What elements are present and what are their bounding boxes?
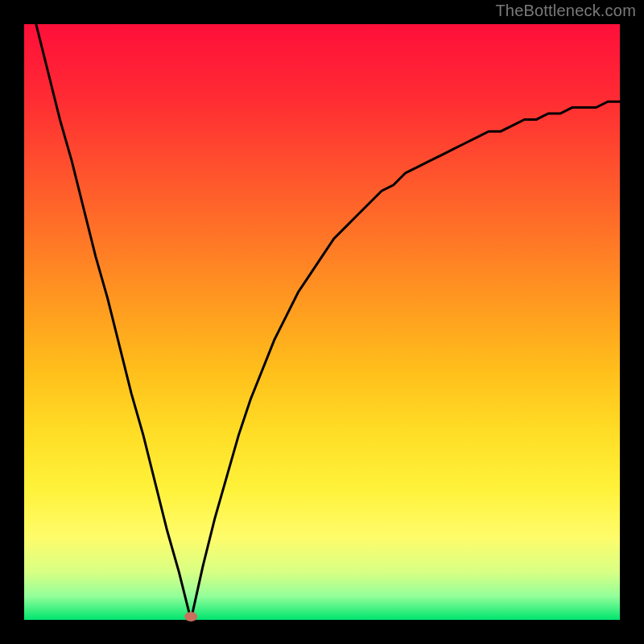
chart-frame: TheBottleneck.com bbox=[0, 0, 644, 644]
watermark-text: TheBottleneck.com bbox=[495, 2, 636, 20]
bottleneck-chart bbox=[0, 0, 644, 644]
valley-marker bbox=[184, 612, 197, 621]
